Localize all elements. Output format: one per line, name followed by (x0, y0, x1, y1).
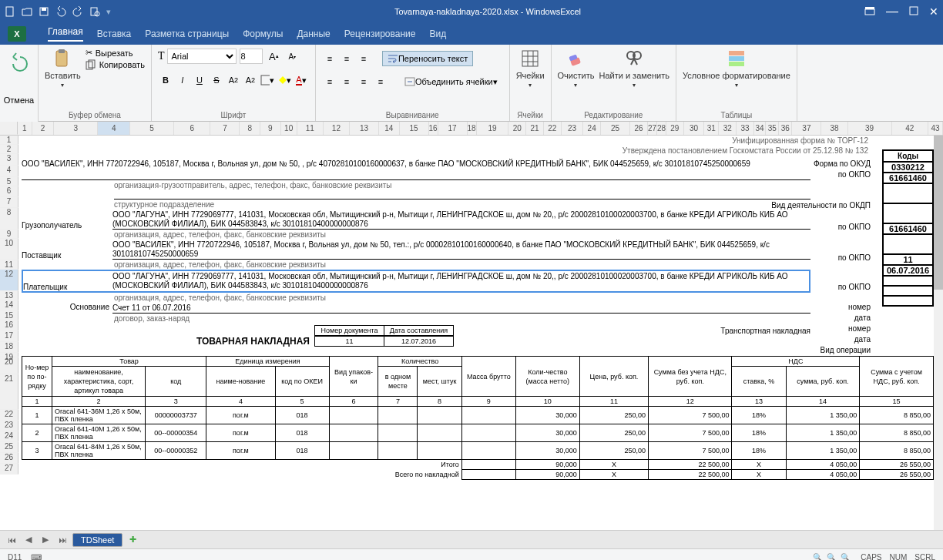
clipboard-group-label: Буфер обмена (45, 109, 145, 119)
table-row: 3Oracal 641-84M 1,26 x 50м, ПВХ пленка00… (22, 442, 934, 460)
font-color-button[interactable]: A▾ (294, 72, 309, 88)
superscript-button[interactable]: A2 (243, 72, 258, 88)
svg-rect-14 (522, 51, 538, 66)
align-mid-icon[interactable]: ≡ (339, 51, 354, 66)
conditional-format-button[interactable]: Условное форматирование▾ (683, 48, 790, 89)
undo-button[interactable] (8, 52, 30, 74)
svg-rect-5 (865, 9, 874, 15)
redo-icon[interactable] (72, 6, 83, 17)
svg-rect-2 (42, 8, 46, 11)
minimize-icon[interactable]: — (886, 5, 898, 18)
zoom-reset-icon[interactable]: 🔍 (827, 553, 836, 560)
print-preview-icon[interactable] (89, 6, 100, 17)
svg-rect-12 (261, 75, 270, 85)
bold-button[interactable]: B (158, 72, 173, 88)
find-replace-button[interactable]: Найти и заменить▾ (599, 48, 669, 89)
align-group-label: Выравнивание (322, 109, 503, 119)
sheet-tab[interactable]: TDSheet (72, 533, 122, 547)
strike-button[interactable]: S (209, 72, 224, 88)
sheet-nav-last-icon[interactable]: ⏭ (55, 533, 69, 547)
tab-review[interactable]: Рецензирование (344, 29, 416, 39)
fill-color-button[interactable]: ▾ (277, 72, 292, 88)
sheet-nav-next-icon[interactable]: ▶ (39, 533, 52, 547)
wrap-text-button[interactable]: Переносить текст (382, 51, 473, 66)
italic-button[interactable]: I (175, 72, 190, 88)
maximize-icon[interactable] (909, 6, 918, 17)
table-row: 1Oracal 641-36M 1,26 x 50м, ПВХ пленка00… (22, 407, 934, 424)
wrap-icon (388, 54, 398, 63)
svg-rect-7 (910, 7, 918, 15)
edit-group-label: Редактирование (558, 109, 669, 119)
app-logo-icon[interactable]: X (8, 26, 26, 42)
align-justify-icon[interactable]: ≡ (373, 74, 388, 89)
copy-icon (86, 59, 96, 70)
paste-button[interactable]: Вставить▾ (45, 48, 81, 89)
open-file-icon[interactable] (22, 6, 32, 17)
cut-button[interactable]: ✂Вырезать (86, 48, 145, 58)
sheet-nav-prev-icon[interactable]: ◀ (22, 533, 35, 547)
font-name-select[interactable]: Arial (167, 49, 237, 64)
new-file-icon[interactable] (5, 6, 15, 17)
vertical-scrollbar[interactable] (934, 136, 943, 530)
document-content: Унифицированная форма № ТОРГ-12 Утвержде… (22, 136, 934, 480)
ribbon-toggle-icon[interactable] (864, 5, 875, 18)
clear-button[interactable]: Очистить▾ (558, 48, 595, 89)
table-row: 2Oracal 641-40M 1,26 x 50м, ПВХ пленка00… (22, 424, 934, 442)
decrease-font-icon[interactable]: A▾ (284, 49, 300, 64)
tab-data[interactable]: Данные (297, 29, 330, 39)
zoom-in-icon[interactable]: 🔍 (841, 553, 850, 560)
subscript-button[interactable]: A2 (226, 72, 241, 88)
save-icon[interactable] (39, 6, 49, 17)
scissors-icon: ✂ (86, 48, 92, 58)
align-left-icon[interactable]: ≡ (322, 74, 337, 89)
active-cell-ref: D11 (8, 553, 22, 560)
increase-font-icon[interactable]: A▴ (266, 49, 281, 64)
keyboard-icon[interactable]: ⌨ (31, 553, 42, 560)
title-bar: ▾ Tovarnaya-nakladnaya-2020.xlsx - Windo… (0, 0, 943, 23)
svg-rect-9 (59, 49, 65, 53)
tab-insert[interactable]: Вставка (97, 29, 132, 39)
zoom-out-icon[interactable]: 🔍 (813, 553, 822, 560)
align-bot-icon[interactable]: ≡ (356, 51, 371, 66)
align-top-icon[interactable]: ≡ (322, 51, 337, 66)
undo-label: Отмена (4, 96, 34, 105)
svg-rect-6 (865, 7, 874, 9)
sheet-nav-first-icon[interactable]: ⏮ (5, 533, 18, 547)
svg-rect-0 (6, 7, 13, 16)
tab-home[interactable]: Главная (48, 26, 83, 42)
status-bar: D11 ⌨ 🔍 🔍 🔍 CAPS NUM SCRL (0, 548, 943, 560)
merge-icon (404, 77, 415, 86)
tab-layout[interactable]: Разметка страницы (145, 29, 229, 39)
undo-icon[interactable] (55, 6, 66, 17)
align-center-icon[interactable]: ≡ (339, 74, 354, 89)
spreadsheet-grid[interactable]: 1 2 3 4 5 6 7 8 9 10 11 12 13 14 15 16 1… (0, 122, 943, 530)
tables-group-label: Таблицы (683, 109, 790, 119)
copy-button[interactable]: Копировать (86, 59, 145, 70)
merge-cells-button[interactable]: Объединить ячейки▾ (399, 74, 503, 89)
font-size-input[interactable] (240, 49, 263, 64)
ribbon: X Главная Вставка Разметка страницы Форм… (0, 23, 943, 45)
svg-rect-20 (729, 56, 744, 61)
close-icon[interactable]: ✕ (929, 5, 938, 18)
tab-formulas[interactable]: Формулы (243, 29, 283, 39)
codes-box: Коды 0330212 61661460 61661460 11 06.07.… (882, 149, 934, 307)
window-title: Tovarnaya-nakladnaya-2020.xlsx - Windows… (111, 7, 864, 16)
cells-group-label: Ячейки (516, 109, 545, 119)
underline-button[interactable]: U (192, 72, 207, 88)
align-right-icon[interactable]: ≡ (356, 74, 371, 89)
font-group-label: Шрифт (158, 109, 309, 119)
svg-rect-19 (729, 51, 744, 55)
selected-cell: Плательщик ООО "ЛАГУНА", ИНН 7729069777,… (22, 270, 810, 293)
add-sheet-icon[interactable]: ✚ (126, 533, 139, 547)
cells-button[interactable]: Ячейки▾ (516, 48, 545, 89)
sheet-tab-bar: ⏮ ◀ ▶ ⏭ TDSheet ✚ (0, 530, 943, 548)
svg-rect-21 (729, 62, 744, 66)
tab-view[interactable]: Вид (429, 29, 446, 39)
border-button[interactable]: ▾ (260, 72, 275, 88)
